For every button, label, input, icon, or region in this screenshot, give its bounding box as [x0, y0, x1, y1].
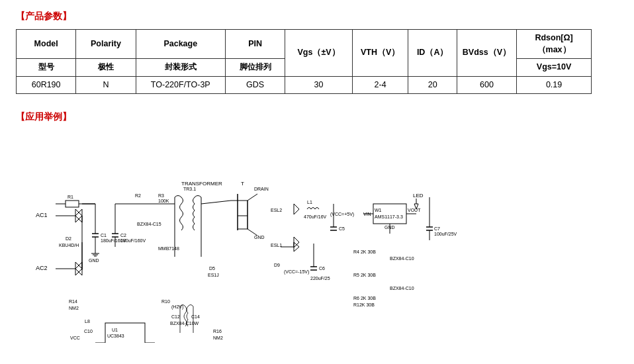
- svg-text:R10: R10: [161, 299, 170, 304]
- svg-text:GND: GND: [254, 235, 265, 240]
- col-id: ID（A）: [408, 30, 457, 77]
- svg-text:R1: R1: [68, 195, 73, 199]
- col-model-zh: 型号: [17, 59, 76, 77]
- svg-text:D9: D9: [274, 263, 280, 267]
- svg-text:470uF/16V: 470uF/16V: [304, 214, 327, 219]
- svg-text:AC2: AC2: [36, 265, 48, 271]
- svg-text:AC1: AC1: [36, 212, 48, 218]
- svg-text:T: T: [241, 181, 244, 187]
- svg-text:MMB7148: MMB7148: [158, 246, 179, 251]
- cell-rdson: 0.19: [517, 76, 592, 94]
- svg-text:C2: C2: [120, 233, 126, 238]
- svg-text:LED: LED: [413, 193, 424, 199]
- svg-text:C7: C7: [434, 226, 440, 231]
- svg-text:L1: L1: [307, 200, 312, 205]
- svg-text:(VCC=+5V): (VCC=+5V): [330, 212, 354, 217]
- circuit-diagram-svg: AC1 AC2 D2 KBU4D/H C1 180uF/160V C2: [29, 138, 492, 343]
- svg-text:UC3843: UC3843: [107, 334, 124, 338]
- svg-text:C12: C12: [171, 314, 180, 319]
- svg-text:R12K 30B: R12K 30B: [353, 302, 375, 307]
- col-vgs: Vgs（±V）: [285, 30, 353, 77]
- circuit-diagram-area: AC1 AC2 D2 KBU4D/H C1 180uF/160V C2: [16, 138, 592, 356]
- cell-bvdss: 600: [457, 76, 516, 94]
- col-rdson-label: Rdson[Ω]（max）: [517, 30, 592, 59]
- col-rdson-vgs: Vgs=10V: [517, 59, 592, 77]
- svg-rect-0: [29, 138, 492, 343]
- svg-text:C10: C10: [84, 329, 93, 334]
- svg-text:R4 2K 30B: R4 2K 30B: [353, 250, 376, 254]
- svg-text:BZX84-C10W: BZX84-C10W: [170, 321, 199, 326]
- col-model-en: Model: [17, 30, 76, 59]
- col-package-en: Package: [136, 30, 225, 59]
- svg-text:C14: C14: [191, 314, 200, 319]
- col-polarity-en: Polarity: [76, 30, 136, 59]
- svg-text:NM2: NM2: [213, 336, 223, 340]
- svg-text:180uF/160V: 180uF/160V: [120, 238, 146, 243]
- svg-text:D2: D2: [66, 236, 71, 241]
- cell-polarity: N: [76, 76, 136, 94]
- svg-text:W1: W1: [375, 208, 382, 212]
- svg-text:ES1J: ES1J: [208, 273, 219, 277]
- svg-text:R2: R2: [135, 193, 141, 198]
- col-bvdss: BVdss（V）: [457, 30, 516, 77]
- svg-text:NM2: NM2: [69, 306, 79, 310]
- product-params-section: 【产品参数】 Model Polarity Package PIN Vgs（±V…: [16, 11, 618, 94]
- cell-model: 60R190: [17, 76, 76, 94]
- svg-text:GND: GND: [89, 258, 99, 263]
- svg-text:(VCC=-15V): (VCC=-15V): [284, 269, 309, 275]
- svg-text:L8: L8: [85, 319, 90, 324]
- col-pin-zh: 脚位排列: [225, 59, 285, 77]
- svg-text:C1: C1: [101, 233, 107, 238]
- svg-text:TR3.1: TR3.1: [183, 187, 196, 191]
- app-example-section: 【应用举例】 AC1 AC2 D2 KBU4D/H C1 1: [16, 106, 618, 356]
- cell-vgs: 30: [285, 76, 353, 94]
- svg-text:AMS1117-3.3: AMS1117-3.3: [375, 214, 403, 219]
- svg-text:C5: C5: [339, 226, 345, 231]
- svg-text:OUT: OUT: [127, 342, 138, 343]
- cell-package: TO-220F/TO-3P: [136, 76, 225, 94]
- svg-text:R5 2K 30B: R5 2K 30B: [353, 273, 376, 277]
- svg-text:BZX84-C10: BZX84-C10: [390, 256, 414, 261]
- col-vth: VTH（V）: [352, 30, 408, 77]
- svg-text:100uF/25V: 100uF/25V: [434, 232, 457, 236]
- product-params-table: Model Polarity Package PIN Vgs（±V） VTH（V…: [16, 29, 592, 94]
- svg-text:KBU4D/H: KBU4D/H: [59, 243, 79, 248]
- table-row: 60R190 N TO-220F/TO-3P GDS 30 2-4 20 600…: [17, 76, 592, 94]
- cell-id: 20: [408, 76, 457, 94]
- svg-text:R16: R16: [213, 329, 222, 334]
- col-pin-en: PIN: [225, 30, 285, 59]
- col-polarity-zh: 极性: [76, 59, 136, 77]
- svg-text:DRAIN: DRAIN: [254, 187, 269, 191]
- cell-vth: 2-4: [352, 76, 408, 94]
- svg-text:C6: C6: [319, 266, 325, 271]
- svg-text:R6 2K 30B: R6 2K 30B: [353, 296, 376, 300]
- col-package-zh: 封装形式: [136, 59, 225, 77]
- svg-text:TRANSFORMER: TRANSFORMER: [181, 181, 222, 187]
- product-params-title: 【产品参数】: [16, 11, 71, 23]
- svg-text:BZX84-C15: BZX84-C15: [137, 222, 161, 226]
- svg-text:D5: D5: [209, 266, 215, 271]
- cell-pin: GDS: [225, 76, 285, 94]
- svg-text:100K: 100K: [158, 199, 169, 203]
- svg-text:R14: R14: [69, 299, 77, 304]
- svg-text:R13: R13: [70, 342, 79, 343]
- svg-text:BZX84-C10: BZX84-C10: [390, 286, 414, 291]
- svg-text:220uF/25: 220uF/25: [310, 276, 330, 281]
- svg-text:VOUT: VOUT: [408, 208, 421, 212]
- svg-text:U1: U1: [112, 328, 118, 332]
- svg-text:ESL1: ESL1: [271, 243, 282, 248]
- svg-text:ESL2: ESL2: [271, 208, 282, 212]
- table-header-en: Model Polarity Package PIN Vgs（±V） VTH（V…: [17, 30, 592, 59]
- svg-text:R3: R3: [158, 193, 164, 198]
- svg-text:VTH: VTH: [107, 342, 116, 343]
- svg-text:VCC: VCC: [70, 336, 80, 340]
- app-example-title: 【应用举例】: [16, 111, 71, 123]
